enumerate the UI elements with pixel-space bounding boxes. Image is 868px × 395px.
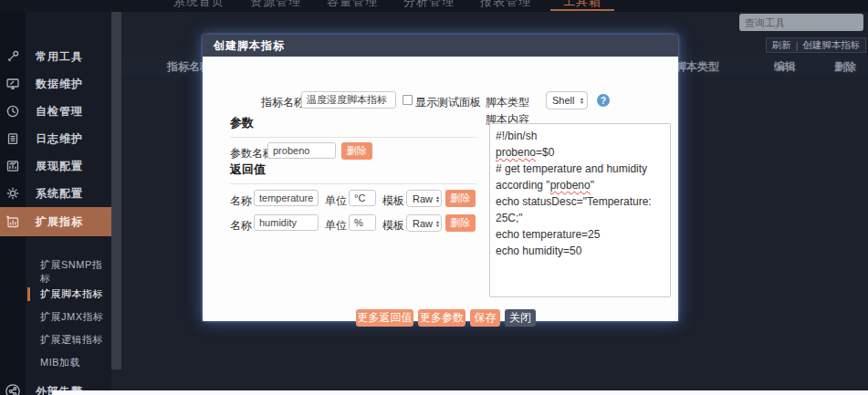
metric-name-label: 指标名称 (261, 95, 305, 110)
sidebar-item-label: 自检管理 (26, 104, 83, 120)
tab-analysis-mgmt[interactable]: 分析管理 (403, 0, 455, 10)
sidebar-menu: 常用工具 数据维护 自检管理 日志维护 (0, 43, 111, 236)
params-section-heading: 参数 (230, 115, 476, 138)
template-value: Raw (413, 218, 433, 229)
template-value: Raw (413, 193, 433, 204)
param-name-input[interactable] (267, 142, 336, 159)
tab-resource-mgmt[interactable]: 资源管理 (250, 0, 301, 10)
dialog-title: 创建脚本指标 (203, 35, 678, 57)
data-maintenance-icon (0, 77, 26, 91)
script-type-select[interactable]: Shell ▲▼ (546, 91, 588, 109)
return-template-select[interactable]: Raw ▲▼ (406, 214, 442, 232)
return-name-label: 名称 (230, 218, 252, 234)
return-name-input[interactable] (254, 190, 319, 206)
more-params-button[interactable]: 更多参数 (418, 309, 465, 327)
submenu-extended-logic[interactable]: 扩展逻辑指标 (0, 328, 111, 351)
metric-name-input[interactable] (301, 91, 396, 109)
returns-section-heading: 返回值 (230, 161, 476, 184)
sidebar-scrollbar[interactable] (111, 12, 121, 369)
script-type-label: 脚本类型 (486, 95, 529, 110)
col-script-type: 脚本类型 (675, 59, 719, 75)
return-template-label: 模板 (382, 218, 404, 234)
submenu-mib-load[interactable]: MIB加载 (0, 351, 111, 374)
log-icon (0, 131, 26, 146)
return-name-input[interactable] (254, 214, 319, 231)
external-alarm-icon (0, 383, 26, 395)
display-config-icon (0, 159, 26, 173)
sidebar-item-display-config[interactable]: 展现配置 (0, 152, 111, 180)
self-check-icon (0, 104, 26, 119)
save-button[interactable]: 保存 (470, 309, 500, 327)
sidebar-item-label: 常用工具 (26, 49, 83, 65)
sidebar: 常用工具 数据维护 自检管理 日志维护 (0, 12, 111, 395)
select-arrows-icon: ▲▼ (435, 220, 440, 227)
submenu-extended-jmx[interactable]: 扩展JMX指标 (0, 306, 111, 328)
extended-metrics-icon (0, 214, 26, 229)
submenu-extended-snmp[interactable]: 扩展SNMP指标 (0, 260, 111, 283)
help-icon[interactable]: ? (597, 94, 610, 107)
sidebar-item-log-maintenance[interactable]: 日志维护 (0, 125, 111, 152)
tab-capacity-mgmt[interactable]: 容量管理 (327, 0, 378, 10)
select-arrows-icon: ▲▼ (580, 97, 584, 104)
col-delete: 删除 (834, 59, 856, 75)
tools-icon (0, 49, 26, 64)
page-bottom-edge (52, 390, 868, 395)
return-unit-label: 单位 (325, 193, 347, 209)
return-unit-input[interactable] (349, 214, 376, 231)
sidebar-item-label: 系统配置 (26, 186, 83, 202)
top-nav-bar: 系统首页 资源管理 容量管理 分析管理 报表管理 工具箱 (0, 0, 868, 12)
return-template-label: 模板 (382, 193, 404, 209)
sidebar-item-system-config[interactable]: 系统配置 (0, 180, 111, 207)
return-name-label: 名称 (230, 193, 252, 209)
sidebar-item-label: 日志维护 (26, 131, 83, 147)
return-unit-label: 单位 (325, 218, 347, 234)
show-test-panel-checkbox[interactable] (403, 95, 413, 105)
sidebar-item-label: 扩展指标 (26, 214, 83, 230)
system-config-icon (0, 186, 26, 201)
delete-return-button[interactable]: 删除 (445, 214, 476, 232)
create-script-metric-dialog: 创建脚本指标 指标名称 显示测试面板 脚本类型 Shell ▲▼ ? 脚本内容 … (203, 35, 678, 321)
refresh-button[interactable]: 刷新 (772, 39, 791, 52)
sidebar-item-self-check[interactable]: 自检管理 (0, 98, 111, 125)
sidebar-item-label: 数据维护 (26, 77, 83, 92)
more-returns-button[interactable]: 更多返回值 (356, 309, 413, 327)
submenu-extended-script[interactable]: 扩展脚本指标 (0, 283, 111, 306)
show-test-panel-label: 显示测试面板 (415, 95, 481, 110)
sidebar-submenu: 扩展SNMP指标 扩展脚本指标 扩展JMX指标 扩展逻辑指标 MIB加载 (0, 260, 111, 374)
list-actions: 刷新 | 创建脚本指标 (766, 37, 866, 53)
app-window: 系统首页 资源管理 容量管理 分析管理 报表管理 工具箱 刷新 | 创建脚本指标… (0, 0, 868, 395)
return-template-select[interactable]: Raw ▲▼ (406, 190, 442, 207)
select-arrows-icon: ▲▼ (435, 195, 440, 203)
script-content-textarea[interactable]: #!/bin/sh probeno=$0 # get temperature a… (489, 123, 671, 297)
tab-report-mgmt[interactable]: 报表管理 (480, 0, 531, 10)
sidebar-item-extended-metrics[interactable]: 扩展指标 (0, 207, 111, 236)
return-unit-input[interactable] (349, 190, 376, 206)
col-edit: 编辑 (774, 59, 796, 75)
dialog-body: 指标名称 显示测试面板 脚本类型 Shell ▲▼ ? 脚本内容 #!/bin/… (203, 57, 678, 321)
script-type-value: Shell (552, 95, 574, 106)
tab-system-home[interactable]: 系统首页 (173, 0, 225, 10)
delete-return-button[interactable]: 删除 (445, 190, 476, 207)
sidebar-item-common-tools[interactable]: 常用工具 (0, 43, 111, 70)
tool-search (739, 14, 863, 31)
action-separator: | (796, 40, 799, 51)
search-input[interactable] (739, 14, 868, 31)
active-tab-underline (550, 9, 614, 11)
delete-param-button[interactable]: 删除 (341, 142, 372, 160)
create-script-metric-button[interactable]: 创建脚本指标 (802, 39, 860, 52)
sidebar-item-label: 展现配置 (26, 159, 83, 174)
sidebar-item-data-maintenance[interactable]: 数据维护 (0, 70, 111, 98)
close-button[interactable]: 关闭 (505, 309, 536, 327)
